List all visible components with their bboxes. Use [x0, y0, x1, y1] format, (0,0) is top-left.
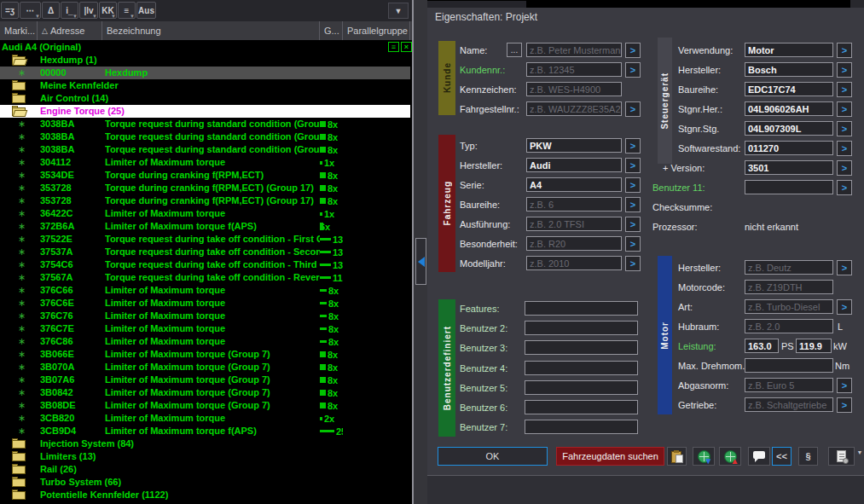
text-field[interactable]: z.B. WES-H4900 — [526, 82, 622, 96]
expand-chevron-button[interactable]: > — [625, 158, 641, 173]
folder-row[interactable]: Turbo System (66) — [0, 476, 410, 489]
map-row[interactable]: ∗3038BATorque request during standard co… — [0, 130, 410, 143]
map-row[interactable]: ∗3B07A6Limiter of Maximum torque (Group … — [0, 374, 410, 386]
text-field[interactable] — [525, 380, 638, 395]
map-row[interactable]: ∗353728Torque during cranking f(RPM,ECT)… — [0, 194, 410, 207]
text-field[interactable] — [525, 420, 638, 434]
text-field[interactable] — [525, 400, 638, 414]
text-field[interactable]: Bosch — [745, 62, 833, 77]
map-row[interactable]: ∗36422CLimiter of Maximum torque1x — [0, 207, 410, 220]
map-row[interactable]: ∗376C86Limiter of Maximum torque8x — [0, 335, 410, 348]
text-field[interactable]: 3501 — [745, 160, 833, 175]
text-field[interactable] — [525, 301, 638, 316]
power-field[interactable]: 163.0 — [745, 339, 779, 353]
map-row[interactable]: ∗3B08DELimiter of Maximum torque (Group … — [0, 399, 410, 412]
expand-chevron-button[interactable]: > — [837, 62, 852, 78]
ok-button[interactable]: OK — [438, 447, 548, 466]
text-field[interactable] — [525, 361, 638, 375]
expand-chevron-button[interactable]: > — [837, 43, 852, 58]
expand-chevron-button[interactable]: > — [837, 101, 852, 117]
map-row[interactable]: ∗00000Hexdump — [0, 67, 410, 79]
map-row[interactable]: ∗3754C6Torque request during take off co… — [0, 258, 410, 271]
text-field[interactable]: z.B. WAUZZZ8E35A235 — [526, 101, 622, 116]
info-tool-icon[interactable]: i_▼ — [61, 2, 78, 19]
upload-online-button[interactable]: ▲ — [719, 447, 741, 466]
toolbar-overflow-button[interactable]: ▼ — [388, 3, 409, 19]
text-field[interactable]: z.B. Turbo-Diesel — [745, 299, 833, 314]
kk-maps-icon[interactable]: KK▼ — [99, 2, 117, 19]
map-row[interactable]: ∗376C76Limiter of Maximum torque8x — [0, 310, 410, 322]
report-button[interactable] — [828, 447, 855, 466]
paste-icon-button[interactable] — [667, 447, 687, 466]
text-field[interactable]: 011270 — [745, 141, 833, 155]
map-row[interactable]: ∗3CB820Limiter of Maximum torque2x — [0, 412, 410, 425]
map-row[interactable]: ∗37567ATorque request during take off co… — [0, 271, 410, 284]
map-row[interactable]: ∗3038BATorque request during standard co… — [0, 118, 410, 130]
search-vehicle-data-button[interactable]: Fahrzeugdaten suchen — [556, 447, 664, 466]
map-row[interactable]: ∗3CB9D4Limiter of Maximum torque f(APS)2… — [0, 425, 410, 437]
text-field[interactable]: z.B. 2.0 TFSI — [526, 217, 622, 231]
list-view-icon[interactable]: ≡ — [388, 42, 399, 52]
map-row[interactable]: ∗3B0842Limiter of Maximum torque (Group … — [0, 386, 410, 399]
expand-chevron-button[interactable]: > — [625, 236, 641, 252]
text-field[interactable] — [525, 321, 638, 335]
map-row[interactable]: ∗37522ETorque request during take off co… — [0, 233, 410, 246]
collapse-panel-button[interactable]: << — [772, 447, 792, 466]
text-field[interactable]: z.B. 12345 — [526, 62, 622, 77]
text-field[interactable]: 04L907309L — [745, 121, 833, 136]
flag-tool-icon[interactable]: |lv▼ — [79, 2, 98, 19]
text-field[interactable]: z.B. Deutz — [745, 260, 833, 275]
text-field[interactable]: Audi — [526, 158, 622, 172]
folder-row[interactable]: Potentielle Kennfelder (1122) — [0, 489, 410, 501]
text-field[interactable] — [525, 340, 638, 355]
comment-button[interactable] — [748, 447, 770, 466]
map-row[interactable]: ∗37537ATorque request during take off co… — [0, 246, 410, 258]
delta-compare-icon[interactable]: Δ — [42, 2, 60, 19]
map-row[interactable]: ∗3534DETorque during cranking f(RPM,ECT)… — [0, 169, 410, 182]
expand-chevron-button[interactable]: > — [625, 62, 641, 78]
column-header-bezeichnung[interactable]: Bezeichnung — [102, 21, 320, 40]
ellipsis-button[interactable]: ... — [507, 43, 522, 57]
text-field[interactable]: z.B. 2010 — [526, 256, 622, 270]
text-field[interactable]: A4 — [526, 177, 622, 192]
expand-chevron-button[interactable]: > — [837, 82, 852, 97]
checksum-tool-icon[interactable]: =ʒ — [1, 2, 19, 19]
aus-toggle[interactable]: Aus — [136, 2, 156, 19]
expand-chevron-button[interactable]: > — [837, 160, 852, 176]
map-row[interactable]: ∗376C66Limiter of Maximum torque8x — [0, 284, 410, 297]
folder-row[interactable]: Hexdump (1) — [0, 54, 410, 67]
text-field[interactable] — [745, 180, 833, 194]
expand-chevron-button[interactable]: > — [625, 197, 641, 212]
text-field[interactable]: z.B. 6 — [526, 197, 622, 211]
expand-chevron-button[interactable]: > — [625, 101, 641, 117]
folder-row[interactable]: Engine Torque (25) — [0, 105, 410, 118]
text-field[interactable]: EDC17C74 — [745, 82, 833, 96]
text-field[interactable]: z.B. 2.0 — [745, 319, 833, 333]
map-row[interactable]: ∗376C7ELimiter of Maximum torque8x — [0, 322, 410, 335]
expand-chevron-button[interactable]: > — [837, 378, 852, 393]
folder-row[interactable]: Air Control (14) — [0, 92, 410, 105]
folder-row[interactable]: Meine Kennfelder — [0, 79, 410, 92]
expand-chevron-button[interactable]: > — [625, 177, 641, 193]
dots-view-icon[interactable]: ⋯▼ — [20, 2, 41, 19]
expand-chevron-button[interactable]: > — [625, 138, 641, 154]
download-online-button[interactable]: ▼ — [693, 447, 715, 466]
map-row[interactable]: ∗376C6ELimiter of Maximum torque8x — [0, 297, 410, 310]
panel-splitter[interactable] — [412, 0, 429, 504]
project-row[interactable]: Audi A4 (Original)≡× — [0, 41, 410, 54]
map-row[interactable]: ∗304112Limiter of Maximum torque1x — [0, 156, 410, 169]
text-field[interactable]: Motor — [745, 43, 833, 57]
report-dropdown-arrow[interactable]: ▼ — [855, 447, 864, 466]
text-field[interactable]: z.B. Schaltgetriebe — [745, 397, 833, 412]
folder-row[interactable]: Injection System (84) — [0, 437, 410, 450]
map-row[interactable]: ∗3B066ELimiter of Maximum torque (Group … — [0, 348, 410, 361]
map-row[interactable]: ∗3B070ALimiter of Maximum torque (Group … — [0, 361, 410, 374]
map-row[interactable]: ∗353728Torque during cranking f(RPM,ECT)… — [0, 182, 410, 194]
expand-chevron-button[interactable]: > — [625, 217, 641, 232]
text-field[interactable]: z.B. Z19DTH — [745, 280, 833, 294]
expand-chevron-button[interactable]: > — [837, 299, 852, 315]
column-header-adresse[interactable]: △Adresse — [38, 21, 102, 40]
text-field[interactable]: 04L906026AH — [745, 101, 833, 116]
column-header-g[interactable]: G... — [320, 21, 343, 40]
splitter-collapse-handle[interactable] — [415, 238, 426, 285]
